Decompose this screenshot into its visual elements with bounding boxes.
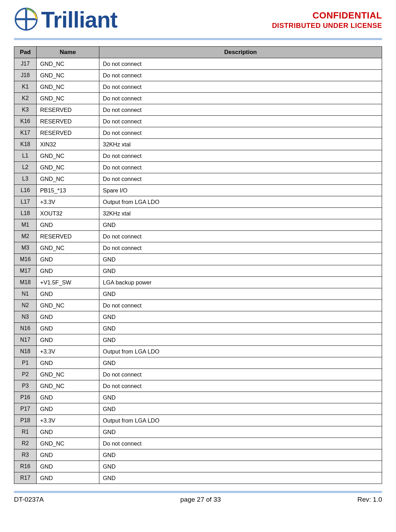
desc-cell: Do not connect [99, 81, 382, 93]
table-row: K2GND_NCDo not connect [14, 93, 382, 104]
name-cell: XIN32 [37, 139, 99, 150]
name-cell: GND_NC [37, 58, 99, 70]
pad-cell: P18 [14, 415, 37, 426]
table-row: N1GNDGND [14, 288, 382, 300]
pad-cell: M17 [14, 265, 37, 277]
table-row: L17+3.3VOutput from LGA LDO [14, 196, 382, 208]
revision: Rev: 1.0 [357, 496, 382, 503]
desc-cell: GND [99, 357, 382, 369]
pad-cell: R1 [14, 426, 37, 438]
table-row: N18 +3.3VOutput from LGA LDO [14, 346, 382, 357]
name-cell: XOUT32 [37, 208, 99, 219]
table-row: K18XIN3232KHz xtal [14, 139, 382, 150]
pad-cell: M3 [14, 242, 37, 254]
name-cell: GND_NC [37, 70, 99, 81]
col-description: Description [99, 47, 382, 58]
pad-cell: L16 [14, 185, 37, 196]
desc-cell: Do not connect [99, 369, 382, 380]
pad-cell: K17 [14, 127, 37, 139]
pad-cell: L3 [14, 173, 37, 185]
table-row: P2GND_NCDo not connect [14, 369, 382, 380]
name-cell: RESERVED [37, 127, 99, 139]
pad-cell: L18 [14, 208, 37, 219]
name-cell: GND [37, 392, 99, 403]
page-number: page 27 of 33 [180, 496, 221, 503]
table-row: P17GNDGND [14, 403, 382, 415]
name-cell: GND [37, 403, 99, 415]
name-cell: GND_NC [37, 300, 99, 311]
desc-cell: GND [99, 392, 382, 403]
pad-cell: P3 [14, 380, 37, 392]
pad-cell: J18 [14, 70, 37, 81]
pad-cell: N2 [14, 300, 37, 311]
table-row: R16GNDGND [14, 461, 382, 472]
desc-cell: GND [99, 426, 382, 438]
desc-cell: Do not connect [99, 104, 382, 116]
name-cell: GND [37, 426, 99, 438]
desc-cell: GND [99, 219, 382, 231]
page-footer: DT-0237A page 27 of 33 Rev: 1.0 [0, 496, 396, 510]
pad-cell: P16 [14, 392, 37, 403]
pad-cell: R17 [14, 472, 37, 484]
desc-cell: Do not connect [99, 58, 382, 70]
table-row: P18 +3.3VOutput from LGA LDO [14, 415, 382, 426]
desc-cell: GND [99, 472, 382, 484]
table-row: P16GNDGND [14, 392, 382, 403]
pad-cell: M2 [14, 231, 37, 242]
pad-cell: J17 [14, 58, 37, 70]
desc-cell: 32KHz xtal [99, 139, 382, 150]
table-row: R3GNDGND [14, 449, 382, 461]
name-cell: GND_NC [37, 173, 99, 185]
table-row: L3GND_NCDo not connect [14, 173, 382, 185]
pad-cell: M1 [14, 219, 37, 231]
desc-cell: Output from LGA LDO [99, 346, 382, 357]
pad-cell: N16 [14, 323, 37, 334]
pad-cell: R16 [14, 461, 37, 472]
table-row: N3GNDGND [14, 311, 382, 323]
name-cell: GND_NC [37, 81, 99, 93]
desc-cell: Output from LGA LDO [99, 196, 382, 208]
pad-cell: K18 [14, 139, 37, 150]
name-cell: GND_NC [37, 369, 99, 380]
name-cell: GND [37, 357, 99, 369]
pad-cell: K1 [14, 81, 37, 93]
desc-cell: Do not connect [99, 242, 382, 254]
desc-cell: Do not connect [99, 438, 382, 449]
desc-cell: Do not connect [99, 173, 382, 185]
table-row: L18XOUT3232KHz xtal [14, 208, 382, 219]
table-row: R2GND_NCDo not connect [14, 438, 382, 449]
name-cell: GND [37, 254, 99, 265]
name-cell: GND_NC [37, 242, 99, 254]
col-pad: Pad [14, 47, 37, 58]
table-row: L2GND_NCDo not connect [14, 162, 382, 173]
desc-cell: 32KHz xtal [99, 208, 382, 219]
pad-cell: N17 [14, 334, 37, 346]
name-cell: PB15_*13 [37, 185, 99, 196]
pad-cell: N18 [14, 346, 37, 357]
table-row: M1GNDGND [14, 219, 382, 231]
desc-cell: Spare I/O [99, 185, 382, 196]
name-cell: GND [37, 265, 99, 277]
desc-cell: GND [99, 265, 382, 277]
desc-cell: Do not connect [99, 93, 382, 104]
table-row: M16GNDGND [14, 254, 382, 265]
name-cell: GND [37, 472, 99, 484]
desc-cell: GND [99, 449, 382, 461]
table-row: M18 +V1.5F_SWLGA backup power [14, 277, 382, 288]
table-row: J18GND_NCDo not connect [14, 70, 382, 81]
name-cell: RESERVED [37, 104, 99, 116]
table-row: P3GND_NCDo not connect [14, 380, 382, 392]
pad-cell: M16 [14, 254, 37, 265]
table-row: N17GNDGND [14, 334, 382, 346]
name-cell: GND [37, 311, 99, 323]
desc-cell: GND [99, 461, 382, 472]
desc-cell: GND [99, 323, 382, 334]
desc-cell: Do not connect [99, 127, 382, 139]
pad-cell: K16 [14, 116, 37, 127]
name-cell: GND [37, 288, 99, 300]
name-cell: GND [37, 219, 99, 231]
name-cell: +3.3V [37, 346, 99, 357]
table-row: M2RESERVEDDo not connect [14, 231, 382, 242]
table-row: K3RESERVEDDo not connect [14, 104, 382, 116]
trilliant-logo-icon [14, 7, 38, 33]
